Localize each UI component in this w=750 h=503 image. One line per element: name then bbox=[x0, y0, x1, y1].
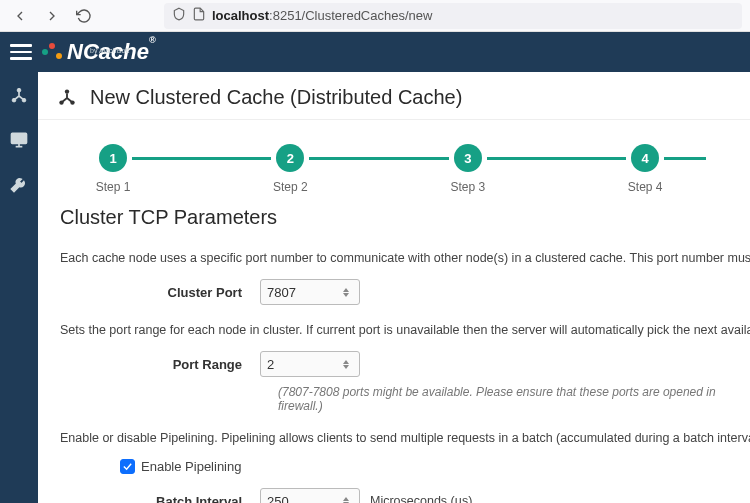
wizard-stepper: 1 Step 1 2 Step 2 3 Step 3 4 Step 4 bbox=[38, 120, 750, 200]
main-content: New Clustered Cache (Distributed Cache) … bbox=[38, 72, 750, 503]
forward-button[interactable] bbox=[40, 4, 64, 28]
step-1[interactable]: 1 Step 1 bbox=[88, 144, 138, 194]
step-line bbox=[132, 157, 271, 160]
left-sidebar bbox=[0, 72, 38, 503]
page-icon bbox=[192, 7, 206, 24]
menu-toggle-button[interactable] bbox=[10, 41, 32, 63]
stepper-arrows-icon[interactable] bbox=[343, 360, 353, 369]
enable-pipelining-checkbox[interactable] bbox=[120, 459, 135, 474]
cluster-port-input[interactable]: 7807 bbox=[260, 279, 360, 305]
stepper-arrows-icon[interactable] bbox=[343, 497, 353, 504]
app-topbar: NCache® by Alachisoft bbox=[0, 32, 750, 72]
batch-interval-unit: Microseconds (µs) bbox=[370, 494, 472, 503]
svg-point-0 bbox=[17, 88, 21, 92]
batch-interval-label: Batch Interval bbox=[60, 494, 260, 504]
sidebar-item-tools[interactable] bbox=[9, 174, 29, 194]
step-line bbox=[664, 157, 706, 160]
pipelining-description: Enable or disable Pipelining. Pipelining… bbox=[60, 431, 728, 445]
brand-logo[interactable]: NCache® by Alachisoft bbox=[42, 39, 156, 65]
port-range-input[interactable]: 2 bbox=[260, 351, 360, 377]
url-text: localhost:8251/ClusteredCaches/new bbox=[212, 8, 432, 23]
address-bar[interactable]: localhost:8251/ClusteredCaches/new bbox=[164, 3, 742, 29]
cluster-port-description: Each cache node uses a specific port num… bbox=[60, 251, 728, 265]
step-line bbox=[309, 157, 448, 160]
port-range-hint: (7807-7808 ports might be available. Ple… bbox=[278, 385, 728, 413]
reload-button[interactable] bbox=[72, 4, 96, 28]
port-range-label: Port Range bbox=[60, 357, 260, 372]
step-2[interactable]: 2 Step 2 bbox=[265, 144, 315, 194]
stepper-arrows-icon[interactable] bbox=[343, 288, 353, 297]
page-title: New Clustered Cache (Distributed Cache) bbox=[90, 86, 462, 109]
shield-icon bbox=[172, 7, 186, 24]
enable-pipelining-label: Enable Pipelining bbox=[141, 459, 241, 474]
cluster-icon bbox=[56, 87, 78, 109]
port-range-description: Sets the port range for each node in clu… bbox=[60, 323, 728, 337]
step-line bbox=[487, 157, 626, 160]
back-button[interactable] bbox=[8, 4, 32, 28]
svg-rect-3 bbox=[12, 133, 27, 143]
browser-toolbar: localhost:8251/ClusteredCaches/new bbox=[0, 0, 750, 32]
cluster-port-label: Cluster Port bbox=[60, 285, 260, 300]
batch-interval-input[interactable]: 250 bbox=[260, 488, 360, 503]
sidebar-item-cluster[interactable] bbox=[9, 86, 29, 106]
svg-point-6 bbox=[65, 89, 69, 93]
section-title: Cluster TCP Parameters bbox=[60, 206, 728, 229]
sidebar-item-monitor[interactable] bbox=[9, 130, 29, 150]
page-header: New Clustered Cache (Distributed Cache) bbox=[38, 72, 750, 120]
step-3[interactable]: 3 Step 3 bbox=[443, 144, 493, 194]
step-4[interactable]: 4 Step 4 bbox=[620, 144, 670, 194]
